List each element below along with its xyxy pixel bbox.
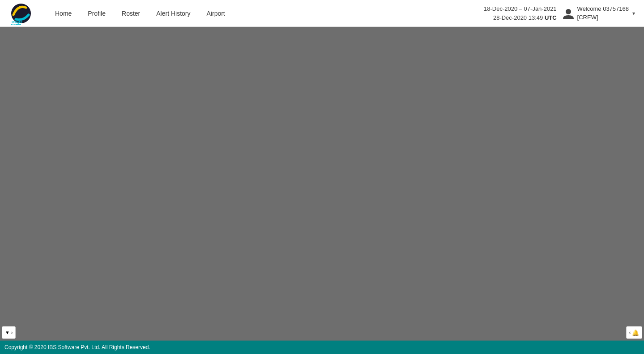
- user-avatar-icon: [562, 7, 575, 20]
- timezone-label: UTC: [545, 14, 557, 21]
- filter-expand-arrow: ›: [11, 330, 13, 335]
- date-time-block: 18-Dec-2020 – 07-Jan-2021 28-Dec-2020 13…: [484, 4, 557, 22]
- nav-item-home[interactable]: Home: [47, 0, 80, 27]
- filter-toggle-button[interactable]: ▼ ›: [2, 326, 16, 339]
- main-nav: Home Profile Roster Alert History Airpor…: [47, 0, 484, 27]
- svg-point-4: [566, 9, 571, 14]
- copyright-text: Copyright © 2020 IBS Software Pvt. Ltd. …: [4, 344, 150, 350]
- date-range: 18-Dec-2020 – 07-Jan-2021: [484, 4, 557, 13]
- welcome-text: Welcome 03757168 [CREW]: [577, 5, 629, 21]
- current-time: 28-Dec-2020 13:49 UTC: [484, 13, 557, 22]
- iflight-logo: iFlight NEO: [9, 2, 34, 25]
- nav-item-profile[interactable]: Profile: [80, 0, 114, 27]
- logo-link[interactable]: iFlight NEO: [9, 2, 34, 25]
- header: iFlight NEO Home Profile Roster Alert Hi…: [0, 0, 644, 27]
- svg-text:NEO: NEO: [12, 24, 16, 25]
- user-menu-chevron-icon: ▾: [632, 10, 635, 17]
- notification-collapse-arrow: ‹: [629, 330, 631, 335]
- nav-item-roster[interactable]: Roster: [114, 0, 148, 27]
- user-section[interactable]: Welcome 03757168 [CREW] ▾: [562, 5, 635, 21]
- nav-item-alert-history[interactable]: Alert History: [148, 0, 198, 27]
- main-content: [0, 27, 644, 327]
- nav-item-airport[interactable]: Airport: [199, 0, 233, 27]
- filter-icon: ▼: [5, 330, 10, 335]
- datetime-value: 28-Dec-2020 13:49: [493, 14, 543, 21]
- header-right: 18-Dec-2020 – 07-Jan-2021 28-Dec-2020 13…: [484, 4, 635, 22]
- notification-toggle-button[interactable]: ‹ 🔔: [626, 326, 642, 339]
- bell-icon: 🔔: [632, 329, 639, 336]
- bottom-bar: ▼ › ‹ 🔔: [0, 327, 644, 341]
- welcome-role: [CREW]: [577, 13, 629, 22]
- welcome-name: Welcome 03757168: [577, 5, 629, 13]
- footer: Copyright © 2020 IBS Software Pvt. Ltd. …: [0, 341, 644, 354]
